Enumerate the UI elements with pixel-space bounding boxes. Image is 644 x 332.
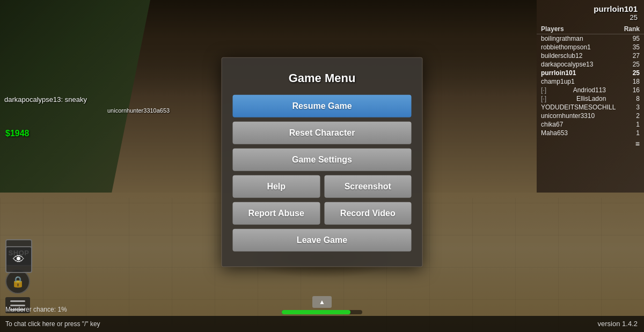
leaderboard-row: champ1up1 18 [537,77,644,86]
up-arrow-button[interactable]: ▲ [312,296,332,308]
player-rank: 95 [633,35,640,42]
help-screenshot-row: Help Screenshot [233,175,412,197]
username-label: purrloin101 [594,4,638,13]
health-bar [282,310,350,314]
lock-icon: 🔒 [11,275,25,288]
leaderboard-row: [·]Andriod113 16 [537,86,644,94]
rank-header: Rank [624,25,640,33]
report-record-row: Report Abuse Record Video [233,202,412,224]
game-settings-button[interactable]: Game Settings [233,148,412,171]
player-name: buildersclub12 [541,52,582,60]
help-button[interactable]: Help [233,175,320,197]
player-name: champ1up1 [541,78,575,85]
player-name: Maha653 [541,129,568,137]
player-rank: 1 [636,129,640,137]
player-name: unicornhunter3310 [541,112,595,120]
leaderboard-row: [·]EllisLadon 8 [537,94,644,103]
screenshot-button[interactable]: Screenshot [324,175,412,197]
player-name: boilingrathman [541,35,583,42]
eye-icon: 👁 [13,253,25,267]
eye-button[interactable]: 👁 [5,246,32,273]
leaderboard-header: Players Rank [537,24,644,34]
hamburger-line-1 [10,300,25,302]
player-rank: 16 [633,86,640,94]
health-bar-container [282,310,362,314]
up-arrow-icon: ▲ [319,298,325,306]
player-name: Andriod113 [573,86,606,94]
player-rank: 8 [636,95,640,102]
leave-game-button[interactable]: Leave Game [233,228,412,251]
player-name: robbiethompson1 [541,43,591,51]
chat-hint[interactable]: To chat click here or press "/" key [5,320,100,328]
bracket-icon: [·] [541,95,546,102]
game-menu-title: Game Menu [233,71,412,85]
player-name: EllisLadon [576,95,606,102]
leaderboard-panel: Players Rank boilingrathman 95 robbietho… [537,24,644,148]
player-rank: 27 [633,52,640,60]
player-rank: 3 [636,104,640,111]
game-menu-modal: Game Menu Resume Game Reset Character Ga… [222,57,423,267]
leaderboard-row: robbiethompson1 35 [537,43,644,51]
player-name-label: unicornhunter3310a653 [107,107,170,114]
leaderboard-row: buildersclub12 27 [537,51,644,60]
player-rank: 2 [636,112,640,120]
resume-game-button[interactable]: Resume Game [233,94,412,117]
bottom-bar: To chat click here or press "/" key [0,316,644,332]
record-video-button[interactable]: Record Video [324,202,412,224]
version-label: version 1.4.2 [598,320,638,328]
player-chat-label: darkapocalypse13: sneaky [4,95,87,104]
leaderboard-row: unicornhunter3310 2 [537,112,644,120]
player-rank: 35 [633,43,640,51]
player-rank: 1 [636,121,640,128]
leaderboard-row: YODUDEITSMESOCHILL 3 [537,103,644,112]
player-name: YODUDEITSMESOCHILL [541,104,616,111]
username-rank: 25 [594,13,638,21]
reset-character-button[interactable]: Reset Character [233,121,412,144]
players-header: Players [541,25,564,33]
player-rank: 25 [633,69,640,77]
leaderboard-row: chika67 1 [537,120,644,129]
player-name: purrloin101 [541,69,576,77]
player-name: darkapocalypse13 [541,61,593,68]
leaderboard-row: boilingrathman 95 [537,34,644,43]
murderer-chance-label: Murderer chance: 1% [5,306,67,313]
leaderboard-row: darkapocalypse13 25 [537,60,644,69]
report-abuse-button[interactable]: Report Abuse [233,202,320,224]
leaderboard-row-self: purrloin101 25 [537,69,644,77]
player-name: chika67 [541,121,563,128]
leaderboard-menu-icon[interactable]: ≡ [537,139,644,148]
bracket-icon: [·] [541,86,546,94]
player-rank: 18 [633,78,640,85]
leaderboard-row: Maha653 1 [537,129,644,137]
player-rank: 25 [633,61,640,68]
money-display: $1948 [5,129,30,138]
username-display: purrloin101 25 [594,4,638,21]
